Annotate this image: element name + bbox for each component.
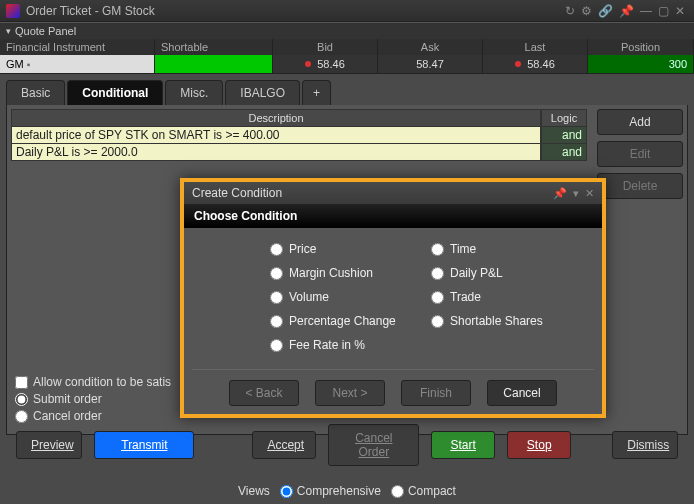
quote-panel-header[interactable]: ▾ Quote Panel [0, 23, 694, 39]
opt-percentage-change[interactable]: Percentage Change [270, 314, 425, 328]
opt-volume[interactable]: Volume [270, 290, 425, 304]
tabs: Basic Conditional Misc. IBALGO + [0, 74, 694, 105]
cell-logic: and [541, 144, 587, 161]
refresh-icon[interactable]: ↻ [565, 4, 575, 18]
submit-order-radio[interactable]: Submit order [15, 392, 171, 406]
pin-icon[interactable]: 📌 [619, 4, 634, 18]
accept-button[interactable]: Accept [252, 431, 316, 459]
opt-shortable-shares[interactable]: Shortable Shares [431, 314, 586, 328]
cell-position: 300 [588, 55, 693, 73]
gear-icon[interactable]: ⚙ [581, 4, 592, 18]
link-icon[interactable]: 🔗 [598, 4, 613, 18]
col-hdr-shortable: Shortable [155, 39, 272, 55]
add-button[interactable]: Add [597, 109, 683, 135]
minimize-icon[interactable]: — [640, 4, 652, 18]
finish-button: Finish [401, 380, 471, 406]
quote-panel: ▾ Quote Panel Financial Instrument GM ▪ … [0, 22, 694, 74]
cancel-button[interactable]: Cancel [487, 380, 557, 406]
dialog-body: Price Time Margin Cushion Daily P&L Volu… [184, 228, 602, 356]
table-row[interactable]: default price of SPY STK on SMART is >= … [11, 127, 587, 144]
allow-outside-checkbox[interactable]: Allow condition to be satis [15, 375, 171, 389]
cell-ask: 58.47 [378, 55, 482, 73]
edit-button[interactable]: Edit [597, 141, 683, 167]
close-icon[interactable]: ✕ [585, 187, 594, 200]
opt-daily-pnl[interactable]: Daily P&L [431, 266, 586, 280]
condition-options: Price Time Margin Cushion Daily P&L Volu… [200, 242, 586, 352]
tab-basic[interactable]: Basic [6, 80, 65, 105]
table-row[interactable]: Daily P&L is >= 2000.0 and [11, 144, 587, 161]
col-hdr-fin: Financial Instrument [0, 39, 154, 55]
dialog-subtitle: Choose Condition [184, 204, 602, 228]
opt-trade[interactable]: Trade [431, 290, 586, 304]
tab-add[interactable]: + [302, 80, 331, 105]
close-icon[interactable]: ✕ [675, 4, 685, 18]
app-icon [6, 4, 20, 18]
side-buttons: Add Edit Delete [597, 109, 683, 199]
cell-desc: default price of SPY STK on SMART is >= … [11, 127, 541, 144]
back-button: < Back [229, 380, 299, 406]
transmit-button[interactable]: Transmit [94, 431, 194, 459]
col-hdr-description: Description [11, 109, 541, 127]
quote-panel-label: Quote Panel [15, 25, 76, 37]
action-bar: Preview Transmit Accept Cancel Order Sta… [0, 416, 694, 474]
pin-icon[interactable]: 📌 [553, 187, 567, 200]
tab-ibalgo[interactable]: IBALGO [225, 80, 300, 105]
cell-desc: Daily P&L is >= 2000.0 [11, 144, 541, 161]
quote-grid: Financial Instrument GM ▪ Shortable Bid … [0, 39, 694, 73]
view-compact-radio[interactable]: Compact [391, 484, 456, 498]
next-button[interactable]: Next > [315, 380, 385, 406]
titlebar: Order Ticket - GM Stock ↻ ⚙ 🔗 📌 — ▢ ✕ [0, 0, 694, 22]
col-hdr-position: Position [588, 39, 693, 55]
opt-fee-rate[interactable]: Fee Rate in % [270, 338, 425, 352]
cancel-order-button: Cancel Order [328, 424, 419, 466]
tab-conditional[interactable]: Conditional [67, 80, 163, 105]
delete-button[interactable]: Delete [597, 173, 683, 199]
collapse-icon: ▾ [6, 26, 11, 36]
start-button[interactable]: Start [431, 431, 495, 459]
dialog-titlebar: Create Condition 📌 ▾ ✕ [184, 182, 602, 204]
opt-time[interactable]: Time [431, 242, 586, 256]
chevron-down-icon[interactable]: ▾ [573, 187, 579, 200]
stop-button[interactable]: Stop [507, 431, 571, 459]
cell-last: 58.46 [483, 55, 587, 73]
cell-fin[interactable]: GM ▪ [0, 55, 154, 73]
col-hdr-ask: Ask [378, 39, 482, 55]
col-hdr-bid: Bid [273, 39, 377, 55]
view-comprehensive-radio[interactable]: Comprehensive [280, 484, 381, 498]
opt-price[interactable]: Price [270, 242, 425, 256]
tab-misc[interactable]: Misc. [165, 80, 223, 105]
maximize-icon[interactable]: ▢ [658, 4, 669, 18]
cell-shortable [155, 55, 272, 73]
create-condition-dialog: Create Condition 📌 ▾ ✕ Choose Condition … [180, 178, 606, 418]
dialog-title: Create Condition [192, 186, 282, 200]
cell-bid: 58.46 [273, 55, 377, 73]
dialog-footer: < Back Next > Finish Cancel [192, 369, 594, 406]
cell-logic: and [541, 127, 587, 144]
dismiss-button[interactable]: Dismiss [612, 431, 678, 459]
window-title: Order Ticket - GM Stock [26, 4, 155, 18]
preview-button[interactable]: Preview [16, 431, 82, 459]
views-bar: Views Comprehensive Compact [0, 484, 694, 498]
opt-margin-cushion[interactable]: Margin Cushion [270, 266, 425, 280]
col-hdr-logic: Logic [541, 109, 587, 127]
views-label: Views [238, 484, 270, 498]
col-hdr-last: Last [483, 39, 587, 55]
